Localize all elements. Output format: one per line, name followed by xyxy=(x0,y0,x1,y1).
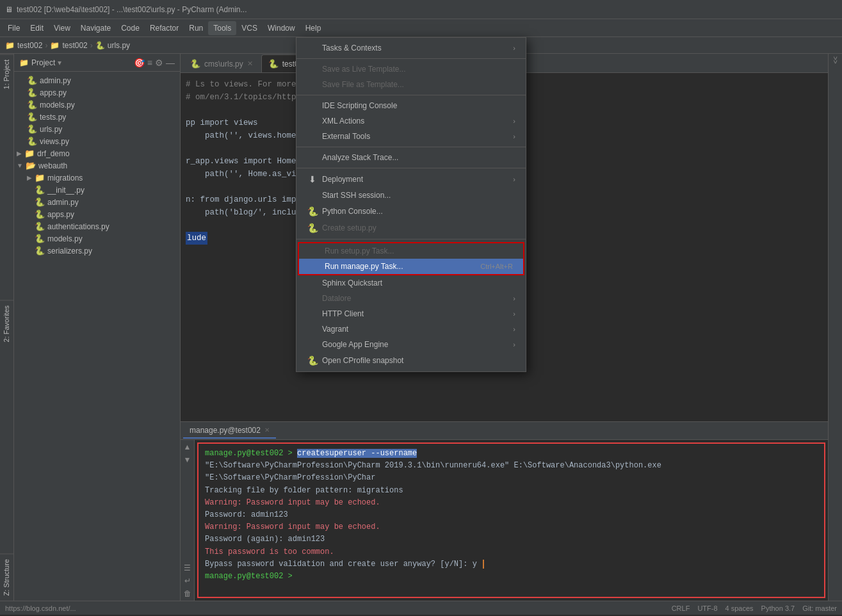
status-git[interactable]: Git: master xyxy=(802,604,837,612)
breadcrumb-item-1[interactable]: test002 xyxy=(62,41,87,50)
bottom-left-buttons: ▲ ▼ ☰ ↵ 🗑 xyxy=(181,440,195,601)
dropdown-item-xml-actions[interactable]: XML Actions › xyxy=(296,113,526,129)
dropdown-item-ide-scripting[interactable]: IDE Scripting Console xyxy=(296,98,526,113)
sidebar-dropdown-icon[interactable]: ▾ xyxy=(58,58,61,67)
dropdown-item-run-manage[interactable]: Run manage.py Task... Ctrl+Alt+R xyxy=(299,259,523,274)
menu-navigate[interactable]: Navigate xyxy=(76,21,116,35)
tab-close-1[interactable]: ✕ xyxy=(247,60,253,68)
cprofile-icon: 🐍 xyxy=(307,355,318,366)
bottom-btn-wrap[interactable]: ↵ xyxy=(184,576,191,585)
tools-dropdown: Tasks & Contexts › Save as Live Template… xyxy=(296,37,526,372)
left-tab-favorites[interactable]: 2: Favorites xyxy=(0,300,13,347)
tree-item-drf-demo[interactable]: ▶ 📁 drf_demo xyxy=(14,147,180,159)
menu-view[interactable]: View xyxy=(49,21,76,35)
py-file-icon: 🐍 xyxy=(27,76,37,85)
menu-edit[interactable]: Edit xyxy=(25,21,49,35)
bottom-btn-lines[interactable]: ☰ xyxy=(184,563,191,572)
terminal-area[interactable]: manage.py@test002 > createsuperuser --us… xyxy=(197,442,825,598)
right-panel: >> xyxy=(828,54,842,601)
tree-item-admin[interactable]: 🐍 admin.py xyxy=(14,74,180,86)
tree-item-init[interactable]: 🐍 __init__.py xyxy=(14,184,180,196)
py-file-icon: 🐍 xyxy=(27,100,37,109)
sidebar-settings-btn[interactable]: ⚙ xyxy=(155,58,163,68)
tree-item-migrations[interactable]: ▶ 📁 migrations xyxy=(14,172,180,184)
dropdown-item-save-live: Save as Live Template... xyxy=(296,61,526,77)
left-tab-structure[interactable]: Z: Structure xyxy=(0,553,13,601)
tree-item-webauth-models[interactable]: 🐍 models.py xyxy=(14,232,180,245)
bottom-tab-manage[interactable]: manage.py@test002 ✕ xyxy=(183,423,276,439)
dropdown-item-deployment[interactable]: ⬇ Deployment › xyxy=(296,171,526,188)
run-manage-shortcut: Ctrl+Alt+R xyxy=(480,263,513,270)
dropdown-item-cprofile[interactable]: 🐍 Open CProfile snapshot xyxy=(296,352,526,369)
menu-vcs[interactable]: VCS xyxy=(236,21,263,35)
menu-help[interactable]: Help xyxy=(300,21,327,35)
tree-item-authentications[interactable]: 🐍 authentications.py xyxy=(14,220,180,232)
tree-item-webauth[interactable]: ▼ 📂 webauth xyxy=(14,159,180,172)
selected-text: lude xyxy=(186,232,207,245)
menu-refactor[interactable]: Refactor xyxy=(145,21,184,35)
sidebar: 📁 Project ▾ 🎯 ≡ ⚙ — 🐍 admin.py 🐍 xyxy=(14,54,181,601)
right-expand-btn[interactable]: >> xyxy=(832,56,839,64)
dropdown-item-http-client[interactable]: HTTP Client › xyxy=(296,306,526,321)
menu-bar: File Edit View Navigate Code Refactor Ru… xyxy=(0,19,842,37)
sidebar-collapse-btn[interactable]: ≡ xyxy=(147,58,152,68)
collapse-arrow: ▼ xyxy=(17,162,23,169)
menu-tools[interactable]: Tools xyxy=(208,21,236,35)
left-tabs: 1: Project 2: Favorites Z: Structure xyxy=(0,54,14,601)
terminal-line-5: Password: admin123 xyxy=(205,509,818,521)
dropdown-item-python-console[interactable]: 🐍 Python Console... xyxy=(296,203,526,220)
left-tab-project[interactable]: 1: Project xyxy=(0,54,13,94)
py-file-icon-2: 🐍 xyxy=(35,185,45,195)
sidebar-folder-icon: 📁 xyxy=(19,58,29,67)
dropdown-item-sphinx[interactable]: Sphinx Quickstart xyxy=(296,275,526,291)
py-file-icon-3: 🐍 xyxy=(35,197,45,207)
breadcrumb-item-2[interactable]: urls.py xyxy=(108,41,130,50)
terminal-line-4: Warning: Password input may be echoed. xyxy=(205,497,818,509)
dropdown-item-tasks[interactable]: Tasks & Contexts › xyxy=(296,40,526,56)
status-bar-right: CRLF UTF-8 4 spaces Python 3.7 Git: mast… xyxy=(672,604,837,612)
dropdown-item-google-app-engine[interactable]: Google App Engine › xyxy=(296,337,526,352)
separator-4 xyxy=(296,168,526,168)
menu-run[interactable]: Run xyxy=(184,21,208,35)
dropdown-item-vagrant[interactable]: Vagrant › xyxy=(296,321,526,337)
py-file-icon: 🐍 xyxy=(27,88,37,97)
status-indent[interactable]: 4 spaces xyxy=(725,604,754,612)
tree-item-serializers[interactable]: 🐍 serializers.py xyxy=(14,245,180,257)
bottom-tab-label: manage.py@test002 xyxy=(190,426,261,435)
terminal-line-10: manage.py@test002 > xyxy=(205,571,818,583)
tree-item-webauth-admin[interactable]: 🐍 admin.py xyxy=(14,196,180,208)
highlighted-box: Run setup.py Task... Run manage.py Task.… xyxy=(298,242,524,275)
status-python[interactable]: Python 3.7 xyxy=(761,604,795,612)
terminal-line-2: "E:\Software\PyCharmProfession\PyCharm 2… xyxy=(205,460,818,484)
sidebar-title: 📁 Project ▾ xyxy=(19,58,61,67)
menu-window[interactable]: Window xyxy=(263,21,300,35)
bottom-btn-up[interactable]: ▲ xyxy=(184,442,191,451)
dropdown-item-datalore: Datalore › xyxy=(296,291,526,306)
bottom-panel-tabs: manage.py@test002 ✕ xyxy=(181,422,828,440)
tree-item-webauth-apps[interactable]: 🐍 apps.py xyxy=(14,208,180,220)
bottom-btn-down[interactable]: ▼ xyxy=(184,455,191,464)
breadcrumb-item-0[interactable]: test002 xyxy=(17,41,42,50)
bottom-tab-close[interactable]: ✕ xyxy=(264,426,270,434)
menu-code[interactable]: Code xyxy=(116,21,145,35)
tree-item-tests[interactable]: 🐍 tests.py xyxy=(14,111,180,123)
tree-item-urls[interactable]: 🐍 urls.py xyxy=(14,123,180,135)
status-encoding[interactable]: UTF-8 xyxy=(697,604,717,612)
tree-item-views[interactable]: 🐍 views.py xyxy=(14,135,180,147)
menu-file[interactable]: File xyxy=(3,21,25,35)
sidebar-locate-btn[interactable]: 🎯 xyxy=(134,58,145,68)
tree-item-apps[interactable]: 🐍 apps.py xyxy=(14,86,180,99)
folder-open-icon: 📂 xyxy=(26,161,36,170)
status-crlf[interactable]: CRLF xyxy=(672,604,690,612)
dropdown-item-external-tools[interactable]: External Tools › xyxy=(296,129,526,144)
bottom-content: ▲ ▼ ☰ ↵ 🗑 manage.py@test002 > createsupe… xyxy=(181,440,828,601)
tree-item-models[interactable]: 🐍 models.py xyxy=(14,99,180,111)
py-file-icon-6: 🐍 xyxy=(35,234,45,243)
dropdown-item-analyze-stack[interactable]: Analyze Stack Trace... xyxy=(296,150,526,165)
dropdown-item-ssh[interactable]: Start SSH session... xyxy=(296,188,526,203)
sidebar-hide-btn[interactable]: — xyxy=(166,58,175,68)
bottom-btn-trash[interactable]: 🗑 xyxy=(184,589,191,598)
breadcrumb-folder-icon: 📁 xyxy=(5,41,15,50)
tab-cms-urls[interactable]: 🐍 cms\urls.py ✕ xyxy=(183,54,260,72)
title-bar-text: test002 [D:\web4ai\test002] - ...\test00… xyxy=(17,5,247,14)
